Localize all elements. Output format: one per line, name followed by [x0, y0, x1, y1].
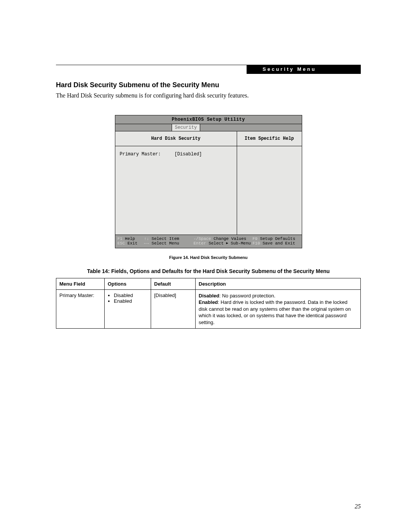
bios-footer-row-2: ESC Exit ←→ Select Menu Enter Select ▶ S… — [118, 241, 299, 246]
action-select-submenu: Select ▶ Sub-Menu — [209, 241, 251, 246]
cell-description: Disabled: No password protection. Enable… — [196, 289, 361, 329]
key-leftright-icon: ←→ — [144, 241, 149, 246]
cell-options: Disabled Enabled — [105, 289, 151, 329]
options-list: Disabled Enabled — [108, 292, 148, 304]
table-header-row: Menu Field Options Default Description — [56, 278, 361, 289]
bios-tab-bar: Security — [115, 124, 302, 131]
desc-disabled-label: Disabled — [199, 293, 219, 299]
figure-caption: Figure 14. Hard Disk Security Submenu — [56, 255, 361, 260]
action-save-exit: Save and Exit — [263, 241, 295, 246]
list-item: Disabled — [114, 292, 148, 298]
bios-footer-row-1: F1 Help ↑↓ Select Item -/Space Change Va… — [118, 236, 299, 241]
bios-main: Hard Disk Security Primary Master: [Disa… — [115, 131, 302, 235]
bios-title: PhoenixBIOS Setup Utility — [115, 115, 302, 124]
bios-field-row: Primary Master: [Disabled] — [120, 152, 202, 157]
key-f9: F9 — [253, 236, 258, 241]
intro-text: The Hard Disk Security submenu is for co… — [56, 91, 361, 100]
action-select-item: Select Item — [151, 236, 179, 241]
bios-right-body — [237, 146, 302, 235]
page-title: Hard Disk Security Submenu of the Securi… — [56, 81, 361, 89]
bios-left-pane: Hard Disk Security Primary Master: [Disa… — [115, 131, 237, 235]
bios-left-body: Primary Master: [Disabled] — [115, 146, 237, 235]
cell-menu-field: Primary Master: — [56, 289, 105, 329]
bios-field-value: [Disabled] — [175, 152, 202, 157]
bios-right-pane: Item Specific Help — [237, 131, 302, 235]
section-tab: Security Menu — [247, 65, 361, 74]
list-item: Enabled — [114, 298, 148, 304]
th-default: Default — [151, 278, 196, 289]
action-help: Help — [125, 236, 135, 241]
bios-screenshot: PhoenixBIOS Setup Utility Security Hard … — [115, 115, 302, 248]
key-updown-icon: ↑↓ — [144, 236, 149, 241]
bios-tab-security: Security — [172, 124, 201, 131]
page-number: 25 — [355, 503, 361, 510]
bios-field-label: Primary Master: — [120, 152, 161, 157]
document-page: Security Menu Hard Disk Security Submenu… — [0, 0, 411, 532]
fields-table: Menu Field Options Default Description P… — [56, 278, 361, 329]
th-options: Options — [105, 278, 151, 289]
desc-disabled-text: : No password protection. — [219, 293, 275, 299]
desc-enabled-text: : Hard drive is locked with the password… — [199, 299, 351, 325]
cell-default: [Disabled] — [151, 289, 196, 329]
triangle-right-icon: ▶ — [226, 241, 228, 245]
th-menu-field: Menu Field — [56, 278, 105, 289]
key-esc: ESC — [118, 241, 125, 246]
table-row: Primary Master: Disabled Enabled [Disabl… — [56, 289, 361, 329]
bios-footer: F1 Help ↑↓ Select Item -/Space Change Va… — [115, 235, 302, 248]
key-enter: Enter — [194, 241, 206, 246]
action-exit: Exit — [127, 241, 137, 246]
key-f10: F10 — [253, 241, 260, 246]
table-caption: Table 14: Fields, Options and Defaults f… — [56, 268, 361, 274]
bios-right-heading: Item Specific Help — [237, 131, 302, 146]
bios-left-heading: Hard Disk Security — [115, 131, 237, 146]
action-change-values: Change Values — [213, 236, 246, 241]
action-setup-defaults: Setup Defaults — [260, 236, 295, 241]
action-select-menu: Select Menu — [151, 241, 179, 246]
th-description: Description — [196, 278, 361, 289]
key-f1: F1 — [118, 236, 123, 241]
key-minus-space: -/Space — [194, 236, 211, 241]
desc-enabled-label: Enabled — [199, 299, 218, 305]
